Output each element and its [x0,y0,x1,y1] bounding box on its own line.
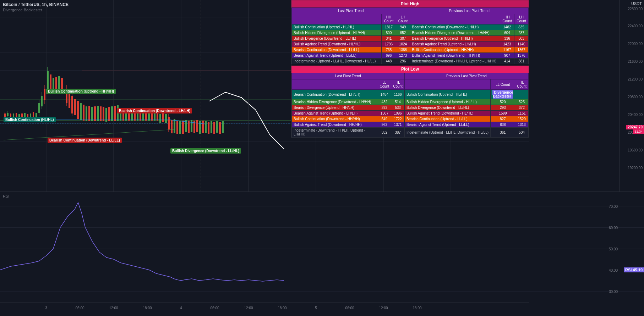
low-row-7-label: Indeterminate (Downtrend - HH/LH, Uptren… [292,128,378,137]
high-row-1: Bullish Continuation (Uptrend - HL/HL) 1… [292,24,529,30]
current-price-time-badge: 31:34 [633,129,644,134]
prev-hh-count-header: HH Count [500,14,514,24]
high-row-7: Indeterminate (Uptrend - LL/HL, Downtren… [292,59,529,64]
high-row-5: Bearish Continuation (Downtrend - LL/LL)… [292,47,529,53]
rsi-area: RSI 70.00 60.00 50.00 40.00 30.00 RSI 45… [0,192,644,316]
rsi-chart [0,192,529,316]
high-row-2-hh: 500 [382,30,396,36]
svg-rect-45 [97,106,99,121]
svg-rect-75 [179,121,181,134]
svg-rect-42 [88,106,90,121]
low-row-1-prev-hl [515,90,529,99]
low-row-7: Indeterminate (Downtrend - HH/LH, Uptren… [292,128,529,137]
high-row-7-prev-lh: 381 [514,59,529,64]
low-row-6-prev-ll: 838 [491,122,515,128]
svg-rect-37 [74,99,76,115]
rsi-value-badge: RSI 45.19 [624,267,644,272]
low-row-3-hl: 533 [391,105,405,111]
svg-rect-81 [196,120,198,132]
price-label-22800: 22800.00 [628,7,643,11]
annotation-bullish-divergence: Bullish Divergence (Downtrend - LL/HL) [170,148,241,154]
high-row-5-prev-label: Bullish Continuation (Uptrend - HH/HH) [410,47,500,53]
low-row-2-ll: 432 [378,99,391,105]
high-row-4: Bullish Against Trend (Downtrend - HL/HL… [292,41,529,47]
high-row-5-hh: 735 [382,47,396,53]
high-row-3-lh: 307 [396,36,410,41]
annotation-bullish-continuation-hl: Bullish Continuation (HL/HL) [4,117,56,122]
rsi-value: 45.19 [633,268,643,272]
svg-rect-38 [77,101,79,119]
time-axis: 3 06:00 12:00 18:00 4 06:00 12:00 18:00 … [0,303,529,313]
svg-rect-44 [94,106,96,121]
svg-rect-88 [216,121,218,133]
low-row-5-prev-ll: 827 [491,116,515,122]
high-row-5-prev-hh: 1167 [500,47,514,53]
low-row-5-ll: 649 [378,116,391,122]
low-row-4-prev-label: Bullish Against Trend (Downtrend - HL/HL… [404,111,491,116]
high-row-6-lh: 1273 [396,53,410,59]
high-row-2-prev-label: Bearish Hidden Divergence (Downtrend - L… [410,30,500,36]
time-label-0600-2: 06:00 [210,306,219,310]
price-label-21200: 21200.00 [628,77,643,81]
svg-rect-69 [165,114,167,123]
svg-rect-65 [154,113,155,121]
low-row-3-ll: 393 [378,105,391,111]
svg-rect-14 [24,113,26,117]
svg-rect-61 [142,113,144,121]
svg-rect-39 [80,103,82,120]
svg-rect-17 [33,112,34,117]
low-row-7-ll: 382 [378,128,391,137]
low-row-5-prev-label: Bearish Continuation (Uptrend - LL/LL) [404,116,491,122]
low-row-6: Bullish Against Trend (Downtrend - HH/HH… [292,122,529,128]
low-prev-pivot-header: Previous Last Pivot Trend [404,73,528,79]
svg-rect-73 [174,119,175,133]
svg-rect-13 [21,113,23,117]
high-row-4-prev-lh: 1140 [514,41,529,47]
time-label-1800-2: 18:00 [278,306,286,310]
previous-last-pivot-trend-header: Previous Last Pivot Trend [410,8,529,14]
hl-count-header: HL Count [391,79,405,90]
low-row-5: Bullish Continuation (Downtrend - HH/HH)… [292,116,529,122]
high-row-1-prev-hh: 1482 [500,24,514,30]
low-row-7-prev-ll: 361 [491,128,515,137]
low-row-4-label: Bearish Against Trend (Uptrend - LH/LH) [292,111,378,116]
svg-rect-79 [191,120,192,132]
low-row-3-prev-ll: 293 [491,105,515,111]
low-row-3-label: Bearish Divergence (Uptrend - HH/LH) [292,105,378,111]
time-label-1200-1: 12:00 [109,306,118,310]
low-row-5-prev-hl: 1520 [515,116,529,122]
low-row-2-prev-ll: 520 [491,99,515,105]
high-row-7-hh: 448 [382,59,396,64]
low-row-6-prev-label: Bearish Against Trend (Uptrend - LL/LL) [404,122,491,128]
svg-rect-55 [125,113,127,121]
svg-rect-18 [36,113,37,117]
low-row-6-prev-hl: 1313 [515,122,529,128]
low-row-3-prev-hl: 372 [515,105,529,111]
ll-count-header: LL Count [378,79,391,90]
high-row-3-label: Bullish Divergence (Downtrend - LL/HL) [292,36,382,41]
high-row-2-prev-lh: 287 [514,30,529,36]
prev-ll-count-header: LL Count [491,79,515,90]
rsi-scale-70: 70.00 [609,205,618,209]
prev-lh-count-header: LH Count [514,14,529,24]
high-row-6-prev-lh: 1376 [514,53,529,59]
high-row-6-label: Bearish Against Trend (Uptrend - LL/LL) [292,53,382,59]
high-row-7-label: Indeterminate (Uptrend - LL/HL, Downtren… [292,59,382,64]
time-label-4: 4 [180,306,182,310]
divergence-backtester-badge: Divergence Backtester [492,90,513,99]
svg-rect-85 [208,122,209,134]
low-row-4: Bearish Against Trend (Uptrend - LH/LH) … [292,111,529,116]
low-lpt-label-header [292,79,378,90]
svg-rect-86 [211,121,212,133]
svg-rect-62 [145,113,147,121]
high-row-3-prev-hh: 336 [500,36,514,41]
svg-rect-66 [157,113,158,121]
high-row-2: Bullish Hidden Divergence (Uptrend - HL/… [292,30,529,36]
rsi-scale-40: 40.00 [609,268,618,272]
time-label-1200-2: 12:00 [244,306,253,310]
price-label-20800: 20800.00 [628,95,643,99]
svg-rect-11 [16,113,17,117]
svg-rect-57 [131,113,133,121]
high-row-4-hh: 1796 [382,41,396,47]
svg-rect-49 [108,107,110,121]
